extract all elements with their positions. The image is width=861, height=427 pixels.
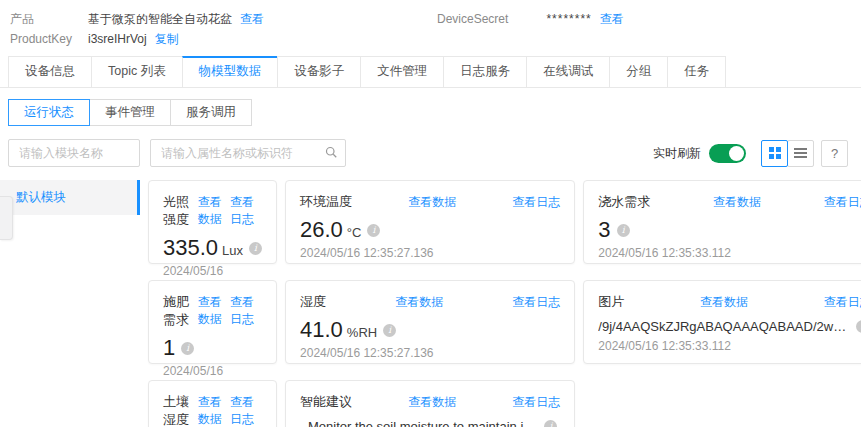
toggle-knob xyxy=(729,146,744,161)
info-icon[interactable]: i xyxy=(181,342,194,355)
product-row: 产品 基于微泵的智能全自动花盆 查看 xyxy=(10,10,861,28)
view-log-link[interactable]: 查看日志 xyxy=(512,294,560,311)
content-area: 默认模块 光照强度 查看数据 查看日志 335.0 Lux i 2024/05/… xyxy=(0,180,861,427)
card-title: 施肥需求 xyxy=(163,293,198,329)
product-view-link[interactable]: 查看 xyxy=(240,11,264,28)
property-search-input[interactable] xyxy=(159,145,325,161)
property-timestamp: 2024/05/16 12:35:33.112 xyxy=(598,246,861,260)
info-icon[interactable]: i xyxy=(856,320,861,333)
product-value: 基于微泵的智能全自动花盆 xyxy=(88,11,232,28)
view-log-link[interactable]: 查看日志 xyxy=(824,294,861,311)
view-log-link[interactable]: 查看日志 xyxy=(824,194,861,211)
realtime-refresh-toggle[interactable] xyxy=(709,144,746,163)
card-title: 光照强度 xyxy=(163,193,198,229)
card-title: 环境温度 xyxy=(300,193,352,211)
list-view-icon xyxy=(794,146,807,160)
property-card-ambient-temperature: 环境温度 查看数据 查看日志 26.0 °C i 2024/05/16 12:3… xyxy=(285,180,575,264)
sub-tab-bar: 运行状态 事件管理 服务调用 xyxy=(0,99,861,126)
subtab-service-invocation[interactable]: 服务调用 xyxy=(170,99,252,126)
view-log-link[interactable]: 查看日志 xyxy=(512,394,560,411)
property-value: 41.0 xyxy=(300,318,343,342)
tab-thing-model-data[interactable]: 物模型数据 xyxy=(182,56,278,87)
property-search-box[interactable] xyxy=(150,139,346,167)
view-data-link[interactable]: 查看数据 xyxy=(198,394,230,427)
view-mode-group xyxy=(762,140,814,167)
view-log-link[interactable]: 查看日志 xyxy=(512,194,560,211)
view-data-link[interactable]: 查看数据 xyxy=(408,194,456,211)
tab-log-service[interactable]: 日志服务 xyxy=(443,56,526,87)
info-icon[interactable]: i xyxy=(544,420,557,427)
device-detail-page: 产品 基于微泵的智能全自动花盆 查看 ProductKey i3sreIHrVo… xyxy=(0,0,861,427)
devicesecret-value: ******** xyxy=(546,12,591,26)
card-title: 智能建议 xyxy=(300,393,352,411)
info-icon[interactable]: i xyxy=(617,224,630,237)
property-card-watering-demand: 浇水需求 查看数据 查看日志 3 i 2024/05/16 12:35:33.1… xyxy=(583,180,861,264)
subtab-running-status[interactable]: 运行状态 xyxy=(8,99,90,126)
property-card-soil-moisture: 土壤湿度 查看数据 查看日志 61.5 % i 2024/05/16 12:35… xyxy=(148,380,277,427)
productkey-copy-link[interactable]: 复制 xyxy=(155,31,179,48)
property-unit: Lux xyxy=(222,238,243,258)
productkey-value: i3sreIHrVoj xyxy=(88,32,147,46)
property-value: 335.0 xyxy=(163,236,218,260)
property-card-humidity: 湿度 查看数据 查看日志 41.0 %RH i 2024/05/16 12:35… xyxy=(285,280,575,364)
view-log-link[interactable]: 查看日志 xyxy=(230,394,262,427)
sidebar-item-label: 默认模块 xyxy=(16,190,66,204)
info-icon[interactable]: i xyxy=(367,224,380,237)
card-title: 图片 xyxy=(598,293,624,311)
module-search-box[interactable] xyxy=(8,139,140,167)
selected-indicator xyxy=(137,180,140,215)
view-data-link[interactable]: 查看数据 xyxy=(198,194,230,228)
module-sidebar: 默认模块 xyxy=(0,180,140,215)
list-view-button[interactable] xyxy=(787,140,814,167)
view-data-link[interactable]: 查看数据 xyxy=(395,294,443,311)
card-title: 浇水需求 xyxy=(598,193,650,211)
search-icon xyxy=(325,146,337,161)
help-button[interactable]: ? xyxy=(821,140,848,167)
property-timestamp: 2024/05/16 12:35:27.136 xyxy=(300,346,560,360)
property-value: 3 xyxy=(598,218,610,242)
property-unit: °C xyxy=(347,220,362,240)
question-mark-icon: ? xyxy=(831,146,838,161)
view-data-link[interactable]: 查看数据 xyxy=(713,194,761,211)
tab-group[interactable]: 分组 xyxy=(609,56,667,87)
productkey-label: ProductKey xyxy=(10,32,88,46)
device-info-header: 产品 基于微泵的智能全自动花盆 查看 ProductKey i3sreIHrVo… xyxy=(0,0,861,52)
view-controls: 实时刷新 ? xyxy=(653,140,848,167)
productkey-row: ProductKey i3sreIHrVoj 复制 xyxy=(10,30,861,48)
view-data-link[interactable]: 查看数据 xyxy=(198,294,230,328)
devicesecret-view-link[interactable]: 查看 xyxy=(600,11,624,28)
tab-task[interactable]: 任务 xyxy=(667,56,726,87)
filter-toolbar: 实时刷新 ? xyxy=(0,138,861,168)
info-icon[interactable]: i xyxy=(249,242,262,255)
property-card-smart-suggestion: 智能建议 查看数据 查看日志 - Monitor the soil moistu… xyxy=(285,380,575,427)
sidebar-item-default-module[interactable]: 默认模块 xyxy=(0,180,140,215)
side-drawer-handle[interactable] xyxy=(0,196,13,240)
property-cards-grid: 光照强度 查看数据 查看日志 335.0 Lux i 2024/05/16 12… xyxy=(140,180,861,427)
view-log-link[interactable]: 查看日志 xyxy=(230,294,262,328)
tab-device-shadow[interactable]: 设备影子 xyxy=(277,56,360,87)
property-card-light-intensity: 光照强度 查看数据 查看日志 335.0 Lux i 2024/05/16 12… xyxy=(148,180,277,264)
property-timestamp: 2024/05/16 12:35:33.112 xyxy=(598,339,861,353)
property-card-image: 图片 查看数据 查看日志 /9j/4AAQSkZJRgABAQAAAQABAAD… xyxy=(583,280,861,364)
view-log-link[interactable]: 查看日志 xyxy=(230,194,262,228)
card-title: 湿度 xyxy=(300,293,326,311)
property-timestamp: 2024/05/16 12:35:27.136 xyxy=(300,246,560,260)
view-data-link[interactable]: 查看数据 xyxy=(408,394,456,411)
tab-online-debug[interactable]: 在线调试 xyxy=(526,56,609,87)
tab-device-info[interactable]: 设备信息 xyxy=(8,56,91,87)
info-icon[interactable]: i xyxy=(383,324,396,337)
property-value: 26.0 xyxy=(300,218,343,242)
devicesecret-row: DeviceSecret ******** 查看 xyxy=(437,10,624,28)
grid-view-icon xyxy=(769,147,781,159)
grid-view-button[interactable] xyxy=(761,140,788,167)
product-label: 产品 xyxy=(10,11,88,28)
property-value: 1 xyxy=(163,336,175,360)
tab-topic-list[interactable]: Topic 列表 xyxy=(91,56,182,87)
tab-file-management[interactable]: 文件管理 xyxy=(360,56,443,87)
realtime-refresh-label: 实时刷新 xyxy=(653,145,701,162)
property-card-fertilizing-demand: 施肥需求 查看数据 查看日志 1 i 2024/05/16 11:51:04.7… xyxy=(148,280,277,364)
property-value: - Monitor the soil moisture to maintain … xyxy=(300,419,538,427)
view-data-link[interactable]: 查看数据 xyxy=(700,294,748,311)
main-tab-bar: 设备信息 Topic 列表 物模型数据 设备影子 文件管理 日志服务 在线调试 … xyxy=(0,56,861,88)
subtab-event-management[interactable]: 事件管理 xyxy=(89,99,171,126)
